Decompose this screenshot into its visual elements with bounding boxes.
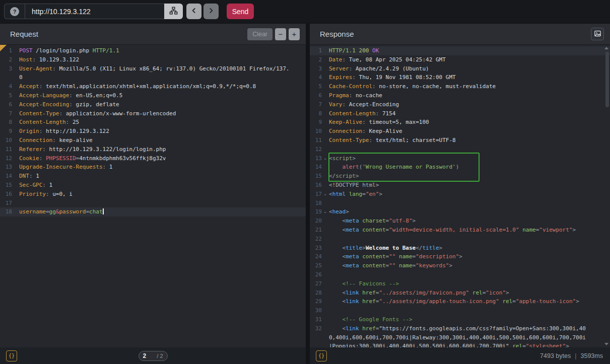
render-image-button[interactable]: [591, 28, 604, 40]
response-code-line[interactable]: 9Keep-Alive: timeout=5, max=100: [310, 118, 610, 127]
toolbar: ? http://10.129.3.122 Send: [0, 0, 610, 23]
fold-toggle-icon[interactable]: ⌄: [322, 154, 328, 163]
response-code-line[interactable]: 14 alert('Wrong Username or Password'): [310, 163, 610, 172]
annotation-corner-marker: [0, 45, 7, 51]
response-code-line[interactable]: 32 <link href="https://fonts.googleapis.…: [310, 324, 610, 333]
response-stats: 7493 bytes | 3593ms: [540, 352, 603, 359]
url-input[interactable]: ? http://10.129.3.122: [4, 4, 164, 19]
request-code-line[interactable]: 0: [0, 73, 306, 82]
response-code-line[interactable]: 28 <link href="../assets/img/favicon.png…: [310, 288, 610, 298]
request-code-line[interactable]: 1POST /login/login.php HTTP/1.1: [0, 46, 306, 55]
response-code-line[interactable]: 22: [310, 235, 610, 244]
request-code-line[interactable]: 13Upgrade-Insecure-Requests: 1: [0, 163, 306, 172]
response-code-line[interactable]: 27 <!-- Favicons -->: [310, 279, 610, 288]
chevron-right-icon: [207, 7, 215, 16]
response-code-line[interactable]: 13⌄<script>: [310, 154, 610, 163]
response-pretty-toggle-button[interactable]: {}: [316, 350, 327, 361]
status-bar: {} 2 / 2 {} 7493 bytes | 3593ms: [0, 347, 610, 364]
request-editor[interactable]: 1POST /login/login.php HTTP/1.12Host: 10…: [0, 45, 306, 347]
response-editor[interactable]: 1HTTP/1.1 200 OK2Date: Tue, 08 Apr 2025 …: [310, 45, 610, 347]
request-code-line[interactable]: 5Accept-Language: en-US,en;q=0.5: [0, 91, 306, 100]
connection-settings-button[interactable]: [164, 4, 183, 19]
request-panel-header: Request Clear − +: [0, 24, 306, 45]
request-code-line[interactable]: 7Content-Type: application/x-www-form-ur…: [0, 109, 306, 118]
stats-separator: |: [575, 352, 576, 359]
request-code-line[interactable]: 8Content-Length: 25: [0, 118, 306, 127]
fold-toggle-icon[interactable]: ⌄: [322, 207, 328, 216]
response-code-line[interactable]: 18: [310, 199, 610, 208]
response-code-line[interactable]: 21 <meta content="width=device-width, in…: [310, 226, 610, 235]
request-pretty-toggle-button[interactable]: {}: [6, 350, 17, 361]
chevron-left-icon: [190, 7, 198, 16]
request-code-line[interactable]: 16Priority: u=0, i: [0, 190, 306, 199]
response-code-line[interactable]: 29 <link href="../assets/img/apple-touch…: [310, 297, 610, 306]
request-code-line[interactable]: 9Origin: http://10.129.3.122: [0, 127, 306, 136]
response-duration: 3593ms: [581, 352, 603, 359]
response-panel-header: Response: [310, 24, 610, 45]
replay-panels: Request Clear − + 1POST /login/login.php…: [0, 24, 610, 347]
url-group: ? http://10.129.3.122: [4, 4, 183, 19]
response-size: 7493 bytes: [540, 352, 571, 359]
response-code-line[interactable]: 6Pragma: no-cache: [310, 91, 610, 100]
response-code-line[interactable]: 2Date: Tue, 08 Apr 2025 04:25:42 GMT: [310, 55, 610, 64]
response-code-line[interactable]: 24 <meta content="" name="description">: [310, 252, 610, 261]
response-code-line[interactable]: 17⌄<html lang="en">: [310, 190, 610, 199]
scrollbar-down-arrow-icon[interactable]: [604, 343, 608, 345]
response-code-line[interactable]: 3Server: Apache/2.4.29 (Ubuntu): [310, 64, 610, 74]
request-code-line[interactable]: 6Accept-Encoding: gzip, deflate: [0, 100, 306, 109]
request-code-line[interactable]: 14DNT: 1: [0, 172, 306, 181]
url-input-divider: [25, 4, 25, 19]
request-code-line[interactable]: 17: [0, 199, 306, 208]
response-code-line[interactable]: 20 <meta charset="utf-8">: [310, 216, 610, 226]
response-footer: {} 7493 bytes | 3593ms: [310, 347, 610, 364]
request-panel: Request Clear − + 1POST /login/login.php…: [0, 24, 306, 347]
response-code-line[interactable]: 12: [310, 145, 610, 154]
response-code-line[interactable]: 31 <!-- Google Fonts -->: [310, 315, 610, 324]
remove-section-button[interactable]: −: [275, 28, 286, 40]
page-total: / 2: [157, 353, 163, 359]
sitemap-icon: [169, 6, 178, 17]
history-back-button[interactable]: [186, 4, 201, 19]
response-code-line[interactable]: 25 <meta content="" name="keywords">: [310, 261, 610, 270]
response-code-line[interactable]: 11Content-Type: text/html; charset=UTF-8: [310, 136, 610, 145]
history-pager[interactable]: 2 / 2: [139, 351, 168, 361]
response-code-line[interactable]: 16<!DOCTYPE html>: [310, 181, 610, 190]
fold-toggle-icon[interactable]: ⌄: [322, 190, 328, 199]
text-cursor: [103, 208, 104, 214]
request-code-line[interactable]: 4Accept: text/html,application/xhtml+xml…: [0, 82, 306, 91]
request-code-line[interactable]: 3User-Agent: Mozilla/5.0 (X11; Linux x86…: [0, 64, 306, 74]
request-code-line[interactable]: 10Connection: keep-alive: [0, 136, 306, 145]
response-code-line[interactable]: 4Expires: Thu, 19 Nov 1981 08:52:00 GMT: [310, 73, 610, 82]
request-code-line[interactable]: 12Cookie: PHPSESSID=4ntnmkbdphmh63v56ffk…: [0, 154, 306, 163]
response-code-line[interactable]: 7Vary: Accept-Encoding: [310, 100, 610, 109]
response-code-line[interactable]: |Poppins:300,300i,400,400i,500,500i,600,…: [310, 342, 610, 347]
response-code-line[interactable]: 0,400i,600,600i,700,700i|Raleway:300,300…: [310, 333, 610, 342]
scrollbar-up-arrow-icon[interactable]: [604, 47, 608, 49]
braces-icon: {}: [9, 353, 15, 358]
response-panel-title: Response: [320, 30, 354, 38]
response-code-line[interactable]: 1HTTP/1.1 200 OK: [310, 46, 610, 55]
response-code-line[interactable]: 26: [310, 270, 610, 279]
response-code-line[interactable]: 8Content-Length: 7154: [310, 109, 610, 118]
send-button[interactable]: Send: [227, 4, 254, 19]
response-code-line[interactable]: 15</script>: [310, 172, 610, 181]
request-code-line[interactable]: 2Host: 10.129.3.122: [0, 55, 306, 64]
response-code-line[interactable]: 5Cache-Control: no-store, no-cache, must…: [310, 82, 610, 91]
braces-icon: {}: [318, 353, 324, 358]
request-panel-title: Request: [10, 30, 38, 38]
image-icon: [594, 30, 601, 39]
history-forward-button[interactable]: [204, 4, 219, 19]
page-current[interactable]: 2: [143, 352, 147, 359]
response-code-line[interactable]: 10Connection: Keep-Alive: [310, 127, 610, 136]
response-panel: Response 1HTTP/1.1 200 OK2Date: Tue, 08: [310, 24, 610, 347]
response-code-line[interactable]: 19⌄<head>: [310, 207, 610, 216]
request-code-line[interactable]: 15Sec-GPC: 1: [0, 181, 306, 190]
response-code-line[interactable]: 30: [310, 306, 610, 315]
add-section-button[interactable]: +: [289, 28, 300, 40]
response-code-line[interactable]: 23 <title>Welcome to Base</title>: [310, 244, 610, 253]
help-icon[interactable]: ?: [10, 7, 19, 16]
clear-button[interactable]: Clear: [247, 28, 273, 40]
request-code-line[interactable]: 18username=gg&password=chat: [0, 207, 306, 216]
request-code-line[interactable]: 11Referer: http://10.129.3.122/login/log…: [0, 145, 306, 154]
scrollbar-thumb[interactable]: [605, 52, 609, 107]
